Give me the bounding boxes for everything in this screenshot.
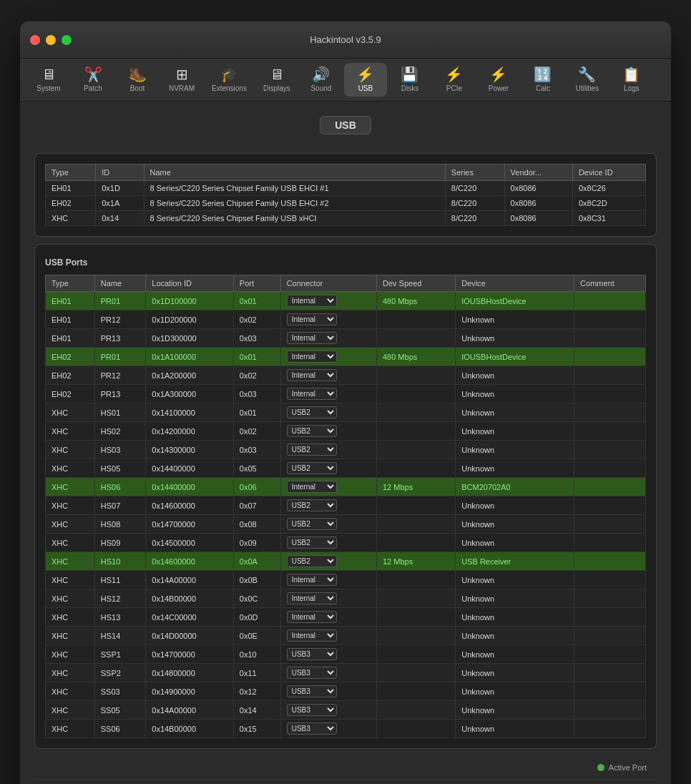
- port-connector[interactable]: Internal USB2 USB3: [280, 645, 376, 664]
- port-connector[interactable]: Internal USB2 USB3: [280, 534, 376, 552]
- connector-select[interactable]: Internal USB2 USB3: [287, 648, 337, 660]
- port-connector[interactable]: Internal USB2 USB3: [280, 441, 376, 459]
- port-row[interactable]: XHC HS07 0x14600000 0x07 Internal USB2 U…: [46, 496, 646, 515]
- connector-select[interactable]: Internal USB2 USB3: [287, 332, 337, 344]
- maximize-button[interactable]: [62, 35, 72, 45]
- toolbar: 🖥 System ✂️ Patch 🥾 Boot ⊞ NVRAM 🎓 Exten…: [20, 59, 671, 102]
- port-connector[interactable]: Internal USB2 USB3: [280, 664, 376, 682]
- connector-select[interactable]: Internal USB2 USB3: [287, 592, 337, 604]
- controller-row[interactable]: EH02 0x1A 8 Series/C220 Series Chipset F…: [46, 196, 646, 211]
- port-connector[interactable]: Internal USB2 USB3: [280, 459, 376, 478]
- port-connector[interactable]: Internal USB2 USB3: [280, 478, 376, 496]
- toolbar-sound[interactable]: 🔊 Sound: [300, 63, 343, 97]
- toolbar-calc[interactable]: 🔢 Calc: [521, 63, 564, 97]
- toolbar-nvram-label: NVRAM: [169, 84, 195, 92]
- connector-select[interactable]: Internal USB2 USB3: [287, 704, 337, 716]
- port-row[interactable]: XHC HS08 0x14700000 0x08 Internal USB2 U…: [46, 515, 646, 534]
- connector-select[interactable]: Internal USB2 USB3: [287, 574, 337, 586]
- port-row[interactable]: EH02 PR01 0x1A100000 0x01 Internal USB2 …: [46, 348, 646, 366]
- toolbar-system[interactable]: 🖥 System: [27, 63, 70, 97]
- minimize-button[interactable]: [46, 35, 56, 45]
- connector-select[interactable]: Internal USB2 USB3: [287, 518, 337, 530]
- port-row[interactable]: XHC HS03 0x14300000 0x03 Internal USB2 U…: [46, 441, 646, 459]
- connector-select[interactable]: Internal USB2 USB3: [287, 295, 337, 307]
- port-connector[interactable]: Internal USB2 USB3: [280, 403, 376, 422]
- port-row[interactable]: XHC SS05 0x14A00000 0x14 Internal USB2 U…: [46, 701, 646, 720]
- port-row[interactable]: XHC HS05 0x14400000 0x05 Internal USB2 U…: [46, 459, 646, 478]
- port-row[interactable]: XHC HS12 0x14B00000 0x0C Internal USB2 U…: [46, 589, 646, 608]
- connector-select[interactable]: Internal USB2 USB3: [287, 499, 337, 511]
- port-row[interactable]: EH01 PR01 0x1D100000 0x01 Internal USB2 …: [46, 292, 646, 310]
- port-connector[interactable]: Internal USB2 USB3: [280, 552, 376, 571]
- connector-select[interactable]: Internal USB2 USB3: [287, 406, 337, 418]
- port-device: Unknown: [456, 366, 574, 385]
- toolbar-extensions[interactable]: 🎓 Extensions: [205, 63, 254, 97]
- port-connector[interactable]: Internal USB2 USB3: [280, 701, 376, 720]
- connector-select[interactable]: Internal USB2 USB3: [287, 369, 337, 381]
- port-row[interactable]: XHC HS09 0x14500000 0x09 Internal USB2 U…: [46, 534, 646, 552]
- port-row[interactable]: EH02 PR13 0x1A300000 0x03 Internal USB2 …: [46, 385, 646, 403]
- port-row[interactable]: XHC HS13 0x14C00000 0x0D Internal USB2 U…: [46, 608, 646, 627]
- connector-select[interactable]: Internal USB2 USB3: [287, 536, 337, 549]
- connector-select[interactable]: Internal USB2 USB3: [287, 313, 337, 325]
- toolbar-displays[interactable]: 🖥 Displays: [255, 63, 298, 97]
- connector-select[interactable]: Internal USB2 USB3: [287, 481, 337, 493]
- ctrl-name: 8 Series/C220 Series Chipset Family USB …: [144, 181, 445, 196]
- connector-select[interactable]: Internal USB2 USB3: [287, 722, 337, 735]
- port-row[interactable]: XHC SSP2 0x14800000 0x11 Internal USB2 U…: [46, 664, 646, 682]
- port-connector[interactable]: Internal USB2 USB3: [280, 366, 376, 385]
- port-row[interactable]: XHC HS01 0x14100000 0x01 Internal USB2 U…: [46, 403, 646, 422]
- port-connector[interactable]: Internal USB2 USB3: [280, 329, 376, 348]
- port-row[interactable]: XHC HS02 0x14200000 0x02 Internal USB2 U…: [46, 422, 646, 441]
- port-row[interactable]: EH01 PR12 0x1D200000 0x02 Internal USB2 …: [46, 310, 646, 329]
- connector-select[interactable]: Internal USB2 USB3: [287, 667, 337, 679]
- port-connector[interactable]: Internal USB2 USB3: [280, 608, 376, 627]
- port-row[interactable]: XHC SSP1 0x14700000 0x10 Internal USB2 U…: [46, 645, 646, 664]
- port-connector[interactable]: Internal USB2 USB3: [280, 292, 376, 310]
- connector-select[interactable]: Internal USB2 USB3: [287, 555, 337, 567]
- toolbar-power-label: Power: [489, 84, 509, 92]
- port-row[interactable]: EH02 PR12 0x1A200000 0x02 Internal USB2 …: [46, 366, 646, 385]
- port-connector[interactable]: Internal USB2 USB3: [280, 571, 376, 589]
- connector-select[interactable]: Internal USB2 USB3: [287, 388, 337, 400]
- controller-row[interactable]: EH01 0x1D 8 Series/C220 Series Chipset F…: [46, 181, 646, 196]
- toolbar-pcie[interactable]: ⚡ PCIe: [433, 63, 476, 97]
- disks-icon: 💾: [401, 67, 418, 82]
- port-connector[interactable]: Internal USB2 USB3: [280, 385, 376, 403]
- connector-select[interactable]: Internal USB2 USB3: [287, 685, 337, 697]
- port-connector[interactable]: Internal USB2 USB3: [280, 310, 376, 329]
- port-connector[interactable]: Internal USB2 USB3: [280, 515, 376, 534]
- connector-select[interactable]: Internal USB2 USB3: [287, 629, 337, 642]
- toolbar-usb[interactable]: ⚡ USB: [344, 63, 387, 97]
- port-connector[interactable]: Internal USB2 USB3: [280, 348, 376, 366]
- connector-select[interactable]: Internal USB2 USB3: [287, 425, 337, 437]
- port-row[interactable]: EH01 PR13 0x1D300000 0x03 Internal USB2 …: [46, 329, 646, 348]
- connector-select[interactable]: Internal USB2 USB3: [287, 462, 337, 474]
- toolbar-nvram[interactable]: ⊞ NVRAM: [160, 63, 203, 97]
- port-row[interactable]: XHC HS10 0x14600000 0x0A Internal USB2 U…: [46, 552, 646, 571]
- toolbar-disks[interactable]: 💾 Disks: [388, 63, 431, 97]
- port-location: 0x14D00000: [146, 627, 234, 645]
- toolbar-power[interactable]: ⚡ Power: [477, 63, 520, 97]
- port-connector[interactable]: Internal USB2 USB3: [280, 682, 376, 701]
- port-connector[interactable]: Internal USB2 USB3: [280, 496, 376, 515]
- toolbar-boot[interactable]: 🥾 Boot: [116, 63, 159, 97]
- port-port: 0x14: [233, 701, 280, 720]
- port-row[interactable]: XHC SS06 0x14B00000 0x15 Internal USB2 U…: [46, 720, 646, 738]
- port-row[interactable]: XHC HS11 0x14A00000 0x0B Internal USB2 U…: [46, 571, 646, 589]
- port-connector[interactable]: Internal USB2 USB3: [280, 422, 376, 441]
- port-connector[interactable]: Internal USB2 USB3: [280, 627, 376, 645]
- connector-select[interactable]: Internal USB2 USB3: [287, 444, 337, 456]
- toolbar-utilities[interactable]: 🔧 Utilities: [566, 63, 609, 97]
- port-row[interactable]: XHC SS03 0x14900000 0x12 Internal USB2 U…: [46, 682, 646, 701]
- controller-row[interactable]: XHC 0x14 8 Series/C220 Series Chipset Fa…: [46, 211, 646, 226]
- port-connector[interactable]: Internal USB2 USB3: [280, 589, 376, 608]
- connector-select[interactable]: Internal USB2 USB3: [287, 611, 337, 623]
- toolbar-logs[interactable]: 📋 Logs: [610, 63, 653, 97]
- port-row[interactable]: XHC HS14 0x14D00000 0x0E Internal USB2 U…: [46, 627, 646, 645]
- connector-select[interactable]: Internal USB2 USB3: [287, 351, 337, 363]
- port-row[interactable]: XHC HS06 0x14400000 0x06 Internal USB2 U…: [46, 478, 646, 496]
- port-connector[interactable]: Internal USB2 USB3: [280, 720, 376, 738]
- toolbar-patch[interactable]: ✂️ Patch: [72, 63, 114, 97]
- close-button[interactable]: [30, 35, 40, 45]
